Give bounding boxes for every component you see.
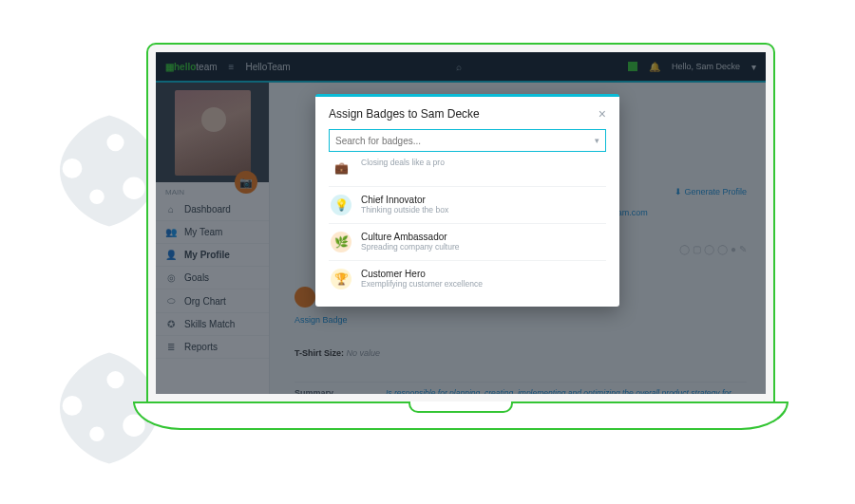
option-title: Culture Ambassador xyxy=(361,232,459,242)
globe-icon: 🌿 xyxy=(331,232,352,252)
option-desc: Exemplifying customer excellence xyxy=(361,279,483,289)
option-title: Customer Hero xyxy=(361,269,483,279)
laptop-base xyxy=(133,401,788,430)
laptop-frame: ▦helloteam ≡ HelloTeam ⌕ 🔔 Hello, Sam De… xyxy=(133,43,788,460)
option-desc: Thinking outside the box xyxy=(361,205,448,215)
modal-title: Assign Badges to Sam Decke xyxy=(329,107,480,121)
app-root: ▦helloteam ≡ HelloTeam ⌕ 🔔 Hello, Sam De… xyxy=(156,52,766,394)
option-title: Chief Innovator xyxy=(361,195,448,205)
briefcase-icon: 💼 xyxy=(331,158,352,178)
option-desc: Closing deals like a pro xyxy=(361,158,445,167)
badge-option[interactable]: 🏆 Customer HeroExemplifying customer exc… xyxy=(329,260,606,297)
close-icon[interactable]: × xyxy=(598,106,606,121)
option-desc: Spreading company culture xyxy=(361,242,459,252)
badge-search[interactable]: ▾ xyxy=(329,129,606,152)
badge-option[interactable]: 💼 Closing deals like a pro xyxy=(329,156,606,186)
chevron-down-icon[interactable]: ▾ xyxy=(595,136,599,145)
badge-option[interactable]: 💡 Chief InnovatorThinking outside the bo… xyxy=(329,186,606,223)
badge-option[interactable]: 🌿 Culture AmbassadorSpreading company cu… xyxy=(329,223,606,260)
lightbulb-icon: 💡 xyxy=(331,195,352,215)
assign-badges-modal: Assign Badges to Sam Decke × ▾ 💼 Closing… xyxy=(315,94,619,307)
badge-option-list: 💼 Closing deals like a pro 💡 Chief Innov… xyxy=(315,156,619,307)
badge-search-input[interactable] xyxy=(335,136,595,146)
trophy-icon: 🏆 xyxy=(331,269,352,289)
laptop-notch xyxy=(408,401,513,413)
